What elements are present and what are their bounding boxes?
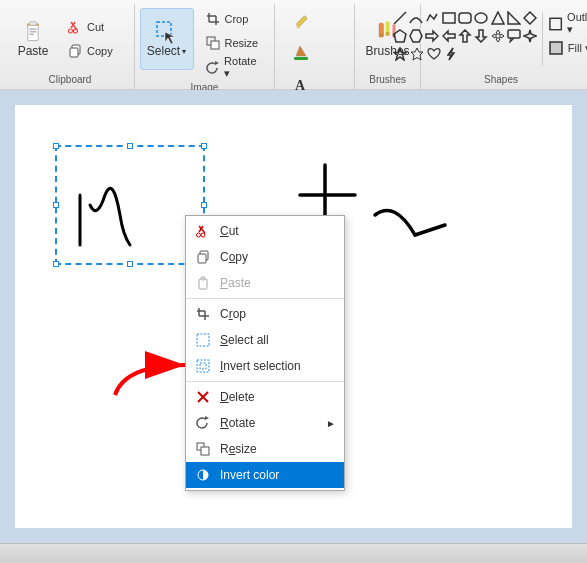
svg-rect-75 — [201, 447, 209, 455]
shapes-area — [388, 8, 542, 64]
shape-heart[interactable] — [426, 46, 442, 62]
shape-arrow-right[interactable] — [425, 28, 440, 44]
svg-marker-46 — [443, 31, 455, 41]
shape-line[interactable] — [392, 10, 407, 26]
svg-rect-54 — [550, 18, 561, 29]
shape-arrow-down[interactable] — [474, 28, 489, 44]
shape-diamond[interactable] — [523, 10, 538, 26]
select-icon — [155, 20, 179, 44]
svg-marker-47 — [460, 30, 470, 42]
svg-rect-31 — [379, 34, 384, 38]
shape-freeform[interactable] — [425, 10, 440, 26]
svg-rect-19 — [211, 41, 219, 49]
svg-rect-38 — [459, 13, 471, 23]
ctx-paste-label: Paste — [220, 276, 251, 290]
shape-star5[interactable] — [392, 46, 408, 62]
ctx-copy[interactable]: Copy — [186, 244, 344, 270]
shape-right-triangle[interactable] — [506, 10, 521, 26]
ctx-resize-icon — [194, 440, 212, 458]
svg-rect-55 — [550, 42, 562, 54]
svg-marker-45 — [426, 31, 438, 41]
crop-button[interactable]: Crop — [200, 8, 270, 30]
ctx-select-all-icon — [194, 331, 212, 349]
ctx-cut[interactable]: Cut — [186, 218, 344, 244]
svg-rect-11 — [70, 48, 78, 57]
resize-label: Resize — [225, 37, 259, 49]
ctx-rotate[interactable]: Rotate ► — [186, 410, 344, 436]
cut-button[interactable]: Cut — [62, 16, 132, 38]
select-button[interactable]: Select ▾ — [140, 8, 194, 70]
ctx-delete[interactable]: Delete — [186, 384, 344, 410]
fill-tool-button[interactable]: Fill ▾ — [545, 39, 587, 57]
rotate-icon — [205, 59, 221, 75]
svg-rect-61 — [198, 254, 206, 263]
ctx-crop-label: Crop — [220, 307, 246, 321]
fill-button[interactable] — [283, 39, 319, 67]
clipboard-label: Clipboard — [49, 74, 92, 89]
ctx-invert-color-icon — [194, 466, 212, 484]
ctx-cut-icon — [194, 222, 212, 240]
ctx-rotate-label: Rotate — [220, 416, 255, 430]
svg-marker-50 — [524, 30, 536, 42]
svg-rect-1 — [28, 25, 38, 40]
ctx-delete-icon — [194, 388, 212, 406]
copy-icon — [67, 43, 83, 59]
shape-pentagon[interactable] — [392, 28, 407, 44]
ctx-select-all[interactable]: Select all — [186, 327, 344, 353]
shape-callout[interactable] — [506, 28, 521, 44]
shape-arrow-left[interactable] — [441, 28, 456, 44]
resize-button[interactable]: Resize — [200, 32, 270, 54]
svg-point-58 — [197, 233, 201, 237]
svg-rect-4 — [30, 31, 37, 32]
svg-marker-53 — [448, 48, 454, 60]
copy-label: Copy — [87, 45, 113, 57]
shape-arrow-up[interactable] — [457, 28, 472, 44]
svg-rect-3 — [30, 29, 37, 30]
select-label: Select — [147, 44, 180, 58]
ctx-paste[interactable]: Paste — [186, 270, 344, 296]
svg-point-8 — [69, 29, 73, 33]
shape-hexagon[interactable] — [408, 28, 423, 44]
clipboard-group: Paste Cut — [6, 4, 135, 89]
svg-rect-70 — [200, 363, 206, 369]
ctx-sep2 — [186, 381, 344, 382]
shape-curve[interactable] — [408, 10, 423, 26]
pencil-button[interactable] — [283, 8, 319, 36]
ctx-paste-icon — [194, 274, 212, 292]
svg-marker-41 — [508, 12, 520, 24]
ctx-resize[interactable]: Resize — [186, 436, 344, 462]
resize-icon — [205, 35, 221, 51]
paste-button[interactable]: Paste — [8, 8, 58, 70]
canvas[interactable]: Cut Copy Paste — [15, 105, 572, 528]
svg-marker-43 — [394, 30, 406, 42]
svg-rect-37 — [443, 13, 455, 23]
copy-button[interactable]: Copy — [62, 40, 132, 62]
svg-marker-42 — [524, 12, 536, 24]
fill-icon — [289, 42, 313, 64]
ctx-select-all-label: Select all — [220, 333, 269, 347]
ctx-invert-color[interactable]: Invert color — [186, 462, 344, 488]
shape-rect[interactable] — [441, 10, 456, 26]
shape-ellipse[interactable] — [474, 10, 489, 26]
svg-marker-44 — [410, 30, 422, 42]
shape-lightning[interactable] — [443, 46, 459, 62]
svg-marker-40 — [492, 12, 504, 24]
shape-4arrow[interactable] — [490, 28, 505, 44]
context-menu: Cut Copy Paste — [185, 215, 345, 491]
shape-star4[interactable] — [523, 28, 538, 44]
shape-rounded-rect[interactable] — [457, 10, 472, 26]
ctx-delete-label: Delete — [220, 390, 255, 404]
svg-marker-52 — [411, 48, 423, 60]
svg-rect-62 — [199, 279, 207, 289]
select-arrow: ▾ — [182, 47, 186, 56]
ctx-rotate-arrow: ► — [326, 418, 336, 429]
ctx-invert-sel-icon — [194, 357, 212, 375]
canvas-area[interactable]: Cut Copy Paste — [0, 90, 587, 543]
shape-triangle[interactable] — [490, 10, 505, 26]
outline-button[interactable]: Outline ▾ — [545, 10, 587, 37]
pencil-icon — [289, 11, 313, 33]
rotate-button[interactable]: Rotate ▾ — [200, 56, 270, 78]
shape-star6[interactable] — [409, 46, 425, 62]
ctx-crop[interactable]: Crop — [186, 301, 344, 327]
ctx-invert-selection[interactable]: Invert selection — [186, 353, 344, 379]
